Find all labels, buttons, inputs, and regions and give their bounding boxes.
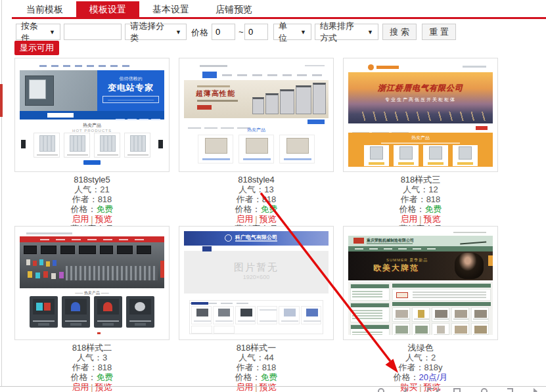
template-price: 价格：免费 (179, 204, 334, 214)
condition-select[interactable]: 按条件 ▼ (16, 24, 60, 40)
template-name: 818样式一 (179, 343, 334, 353)
tab-basic-settings[interactable]: 基本设置 (139, 1, 202, 17)
thumb-header: 科广电气有限公司 (184, 231, 329, 246)
template-popularity: 人气：21 (14, 185, 170, 194)
template-author: 作者：818 (14, 194, 170, 204)
thumb-placeholder-banner: 图片暂无 1920×600 (184, 251, 329, 294)
chevron-down-icon: ▼ (49, 29, 55, 35)
template-author: 作者：818 (179, 194, 334, 204)
thumb-section-title: 热卖产品 HOT PRODUCTS (20, 122, 164, 133)
thumb-search-strip (188, 120, 325, 125)
download-icon[interactable] (434, 388, 440, 392)
thumb-more-button (83, 160, 101, 165)
thumb-content (348, 282, 493, 335)
circle-tool-icon[interactable] (481, 388, 488, 392)
thumb-banner: 超薄高性能 (184, 80, 329, 118)
thumb-pagination-dot (97, 332, 101, 334)
enable-link[interactable]: 启用 (236, 214, 253, 224)
preview-link[interactable]: 预览 (260, 382, 277, 392)
template-author: 作者：818 (14, 362, 170, 372)
unit-select[interactable]: 单位 ▼ (273, 24, 311, 40)
decor-bars (39, 65, 160, 68)
thumb-products (189, 300, 323, 334)
carousel-left-arrow (21, 140, 26, 148)
template-thumbnail[interactable]: 科广电气有限公司 图片暂无 1920×600 (179, 226, 334, 340)
template-card-light-green: 重庆荣凯机械制造有限公司 SUMMER 夏季新品 欧美大牌范 (343, 226, 498, 392)
template-card-818style5: 值得信赖的 变电站专家 —————————————— 热卖产品 HOT PROD… (14, 58, 170, 234)
template-name: 818style5 (14, 175, 170, 185)
template-thumbnail[interactable]: 浙江桥厝电气有限公司 专业生产高低压开关柜柜体 热卖产品 (343, 58, 498, 172)
enable-link[interactable]: 启用 (72, 214, 89, 224)
left-edge-red-fragment (0, 84, 3, 117)
template-card-818style1: 科广电气有限公司 图片暂无 1920×600 (179, 226, 334, 392)
template-name: 浅绿色 (343, 343, 498, 353)
template-author: 作者：818y (343, 362, 498, 372)
template-thumbnail[interactable]: 值得信赖的 变电站专家 —————————————— 热卖产品 HOT PROD… (14, 58, 170, 172)
thumb-search-strip (20, 111, 164, 120)
template-price: 价格：免费 (343, 204, 498, 214)
category-select[interactable]: 请选择分类 ▼ (125, 24, 187, 40)
thumb-banner: 浙江桥厝电气有限公司 专业生产高低压开关柜柜体 (348, 72, 493, 123)
bottom-divider-line (0, 386, 546, 387)
bracket-tool-icon[interactable] (507, 388, 513, 392)
template-thumbnail[interactable]: 超薄高性能 热卖产品 (179, 58, 334, 172)
sort-select[interactable]: 结果排序方式 ▼ (315, 24, 378, 40)
tab-template-settings[interactable]: 模板设置 (76, 1, 139, 17)
pen-icon[interactable] (402, 388, 407, 392)
logo-icon (225, 234, 232, 242)
decor-bars (188, 65, 325, 68)
enable-link[interactable]: 启用 (236, 382, 253, 392)
price-min-input[interactable] (212, 24, 235, 40)
preview-link[interactable]: 预览 (260, 214, 277, 224)
tab-current-template[interactable]: 当前模板 (13, 1, 76, 17)
thumb-banner: SUMMER 夏季新品 欧美大牌范 (348, 251, 493, 280)
search-button[interactable]: 搜 索 (382, 24, 417, 40)
decor-bars (26, 232, 72, 234)
template-author: 作者：818 (343, 194, 498, 204)
decor-bars (351, 232, 490, 234)
thumb-search-strip (352, 125, 489, 131)
chevron-down-icon: ▼ (175, 29, 181, 35)
template-name: 818style4 (179, 175, 334, 185)
thumb-banner: 值得信赖的 变电站专家 —————————————— (20, 70, 164, 111)
preview-link[interactable]: 预览 (95, 382, 112, 392)
thumb-section-title: 热卖产品 (184, 127, 329, 133)
logo-icon (353, 238, 364, 244)
template-price: 价格：20点/月 (343, 372, 498, 382)
template-price: 价格：免费 (14, 204, 170, 214)
template-card-818style3: 浙江桥厝电气有限公司 专业生产高低压开关柜柜体 热卖产品 818样式三 人气：1… (343, 58, 498, 234)
thumb-header (352, 64, 489, 71)
screenshot-toolbar-icons (368, 388, 546, 392)
template-author: 作者：818 (179, 362, 334, 372)
price-max-input[interactable] (244, 24, 268, 40)
template-card-818style2: —— 热卖产品 —— 818样式二 人气：3 作者：818 价格：免费 启用|预… (14, 226, 170, 392)
undo-icon[interactable] (378, 388, 384, 392)
template-thumbnail[interactable]: 重庆荣凯机械制造有限公司 SUMMER 夏季新品 欧美大牌范 (343, 226, 498, 340)
enable-link[interactable]: 启用 (72, 382, 89, 392)
template-thumbnail[interactable]: —— 热卖产品 —— (14, 226, 170, 340)
rectangle-tool-icon[interactable] (453, 388, 461, 392)
thumb-products (29, 296, 155, 328)
left-edge-line (1, 0, 2, 386)
template-popularity: 人气：3 (14, 353, 170, 362)
template-popularity: 人气：44 (179, 353, 334, 362)
preview-link[interactable]: 预览 (424, 214, 441, 224)
keyword-input[interactable] (64, 24, 122, 40)
enable-link[interactable]: 启用 (400, 214, 417, 224)
thumb-products (196, 135, 317, 163)
template-price: 价格：免费 (179, 372, 334, 382)
logo-icon (368, 64, 374, 70)
thumb-nav (20, 236, 164, 242)
template-price: 价格：免费 (14, 372, 170, 382)
arrow-tool-icon[interactable] (534, 388, 537, 392)
tab-shop-preview[interactable]: 店铺预览 (202, 1, 265, 17)
reset-button[interactable]: 重 置 (422, 24, 456, 40)
chevron-down-icon: ▼ (300, 29, 306, 35)
thumb-products (32, 133, 152, 158)
preview-link[interactable]: 预览 (95, 214, 112, 224)
show-available-button[interactable]: 显示可用 (14, 41, 59, 55)
download-icon[interactable] (427, 388, 434, 392)
thumb-nav (184, 246, 329, 251)
thumb-nav (348, 246, 493, 251)
price-tilde: ~ (239, 27, 244, 37)
